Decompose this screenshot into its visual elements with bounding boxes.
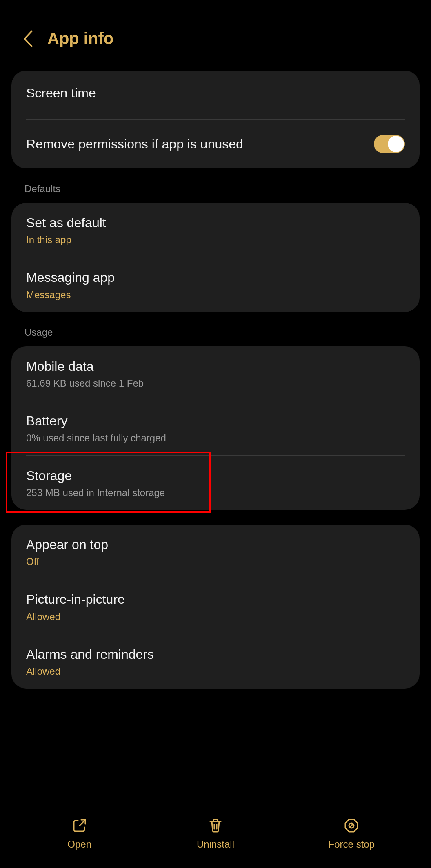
row-set-as-default[interactable]: Set as default In this app: [11, 203, 420, 257]
label: Mobile data: [26, 358, 405, 375]
card-defaults: Set as default In this app Messaging app…: [11, 203, 420, 312]
row-alarms-reminders[interactable]: Alarms and reminders Allowed: [11, 634, 420, 689]
label: Set as default: [26, 214, 405, 232]
force-stop-button[interactable]: Force stop: [284, 817, 419, 850]
card-general: Screen time Remove permissions if app is…: [11, 71, 420, 168]
label: Messaging app: [26, 269, 405, 286]
card-extra: Appear on top Off Picture-in-picture All…: [11, 525, 420, 689]
section-label-defaults: Defaults: [11, 183, 420, 203]
label: Battery: [26, 412, 405, 430]
toggle-knob: [388, 136, 404, 152]
header: App info: [11, 13, 420, 71]
trash-icon: [207, 817, 224, 834]
sublabel: In this app: [26, 234, 405, 246]
label: Uninstall: [197, 839, 234, 850]
page-title: App info: [47, 29, 113, 48]
back-icon[interactable]: [23, 30, 33, 47]
row-messaging-app[interactable]: Messaging app Messages: [11, 257, 420, 312]
stop-icon: [343, 817, 360, 834]
sublabel: 253 MB used in Internal storage: [26, 487, 405, 498]
sublabel: Allowed: [26, 611, 405, 622]
sublabel: Off: [26, 556, 405, 567]
label: Screen time: [26, 84, 405, 102]
label: Alarms and reminders: [26, 646, 405, 663]
sublabel: 61.69 KB used since 1 Feb: [26, 378, 405, 389]
label: Picture-in-picture: [26, 591, 405, 608]
row-battery[interactable]: Battery 0% used since last fully charged: [11, 401, 420, 455]
label: Storage: [26, 467, 405, 485]
remove-permissions-toggle[interactable]: [374, 135, 405, 153]
row-screen-time[interactable]: Screen time: [11, 71, 420, 119]
row-picture-in-picture[interactable]: Picture-in-picture Allowed: [11, 579, 420, 633]
label: Open: [67, 839, 91, 850]
open-icon: [71, 817, 88, 834]
row-appear-on-top[interactable]: Appear on top Off: [11, 525, 420, 579]
uninstall-button[interactable]: Uninstall: [148, 817, 283, 850]
label: Force stop: [329, 839, 375, 850]
row-storage[interactable]: Storage 253 MB used in Internal storage: [11, 456, 420, 510]
section-label-usage: Usage: [11, 327, 420, 346]
card-usage: Mobile data 61.69 KB used since 1 Feb Ba…: [11, 346, 420, 510]
open-button[interactable]: Open: [12, 817, 147, 850]
label: Appear on top: [26, 536, 405, 554]
sublabel: Messages: [26, 289, 405, 301]
label: Remove permissions if app is unused: [26, 135, 243, 153]
sublabel: Allowed: [26, 666, 405, 677]
bottom-bar: Open Uninstall Force stop: [11, 799, 420, 868]
row-remove-permissions[interactable]: Remove permissions if app is unused: [11, 120, 420, 168]
row-mobile-data[interactable]: Mobile data 61.69 KB used since 1 Feb: [11, 346, 420, 401]
sublabel: 0% used since last fully charged: [26, 432, 405, 444]
